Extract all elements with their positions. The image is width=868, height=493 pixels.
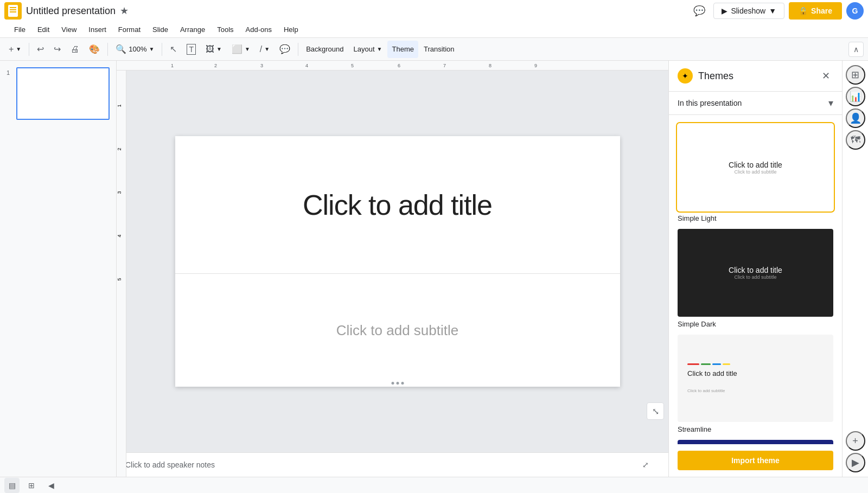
expand-right-sidebar-button[interactable]: ▶ [846,453,865,472]
bottom-bar: ▤ ⊞ ◀ [0,477,868,493]
menu-format[interactable]: Format [113,23,146,36]
person-sidebar-icon[interactable]: 👤 [846,108,865,128]
streamline-bar-green [701,363,711,365]
paint-format-button[interactable]: 🎨 [85,41,104,58]
zoom-button[interactable]: 🔍 100% ▼ [111,41,158,58]
streamline-sub: Click to add subtitle [687,388,725,393]
dot-2 [396,382,399,385]
main-area: 1 1 2 3 4 5 6 7 8 9 1 2 3 4 5 [0,61,868,477]
add-button[interactable]: + ▼ [4,41,25,58]
cursor-icon: ↖ [170,44,177,54]
redo-button[interactable]: ↪ [49,41,65,58]
slideshow-button[interactable]: ▶ Slideshow ▼ [713,3,784,19]
theme-item-streamline[interactable]: Click to add title Click to add subtitle… [678,335,833,433]
background-button[interactable]: Background [302,41,348,58]
menu-insert[interactable]: Insert [83,23,112,36]
theme-button[interactable]: Theme [387,41,418,58]
slide-preview-thumbnail[interactable] [16,67,110,120]
right-sidebar: ⊞ 📊 👤 🗺 + ▶ [842,61,868,477]
print-icon: 🖨 [71,44,79,54]
transition-label: Transition [424,45,455,53]
theme-preview-streamline[interactable]: Click to add title Click to add subtitle [678,335,833,422]
line-tool-button[interactable]: / ▼ [256,41,274,58]
notes-icon-area: ⤢ [636,455,660,475]
star-icon[interactable]: ★ [120,5,129,17]
menu-slide[interactable]: Slide [147,23,174,36]
themes-section-header[interactable]: In this presentation ▾ [669,92,842,115]
import-theme-button[interactable]: Import theme [678,451,833,470]
menu-arrange[interactable]: Arrange [175,23,210,36]
filmstrip-view-button[interactable]: ▤ [4,478,20,493]
collapse-panel-icon: ◀ [48,481,54,490]
streamline-bar-yellow [723,363,730,365]
theme-preview-focus[interactable]: Click to add title [678,440,833,444]
theme-preview-simple-light[interactable]: Click to add title Click to add subtitle [678,124,833,211]
menu-view[interactable]: View [56,23,82,36]
ruler-mark-7: 7 [443,63,446,68]
table-sidebar-icon[interactable]: ⊞ [846,65,865,85]
text-tool-button[interactable]: T [182,41,200,58]
image-tool-button[interactable]: 🖼 ▼ [201,41,226,58]
chart-icon: 📊 [850,91,861,103]
zoom-icon: 🔍 [116,44,126,54]
map-sidebar-icon[interactable]: 🗺 [846,130,865,150]
ruler-top: 1 2 3 4 5 6 7 8 9 [117,61,668,71]
grid-view-button[interactable]: ⊞ [24,478,39,493]
theme-item-simple-light[interactable]: Click to add title Click to add subtitle… [678,124,833,222]
slide-subtitle-text[interactable]: Click to add subtitle [336,322,458,339]
slide-thumbnail[interactable]: 1 [4,65,112,122]
shape-tool-button[interactable]: ⬜ ▼ [227,41,254,58]
menu-addons[interactable]: Add-ons [240,23,277,36]
person-icon: 👤 [850,112,861,124]
themes-icon: ✦ [678,68,693,84]
comment-tool-button[interactable]: 💬 [275,41,295,58]
comments-icon-btn[interactable]: 💬 [690,1,709,21]
streamline-bars [687,363,730,365]
menu-edit[interactable]: Edit [32,23,55,36]
layout-label: Layout [354,45,375,53]
menu-file[interactable]: File [9,23,31,36]
menu-help[interactable]: Help [278,23,304,36]
notes-expand-button[interactable]: ⤢ [636,455,655,475]
undo-button[interactable]: ↩ [33,41,48,58]
shape-dropdown-icon: ▼ [245,46,250,52]
separator-2 [107,43,108,56]
theme-name-simple-dark: Simple Dark [678,320,833,328]
simple-dark-title: Click to add title [729,266,782,274]
themes-close-button[interactable]: ✕ [818,68,833,84]
slideshow-icon: ▶ [722,7,727,15]
slide-subtitle-area[interactable]: Click to add subtitle [175,274,620,387]
select-tool-button[interactable]: ↖ [165,41,181,58]
map-icon: 🗺 [851,135,860,146]
dot-3 [401,382,404,385]
simple-light-content: Click to add title Click to add subtitle [729,161,782,175]
theme-preview-simple-dark[interactable]: Click to add title Click to add subtitle [678,229,833,316]
slide-title-area[interactable]: Click to add title [175,136,620,274]
speaker-notes-text[interactable]: Click to add speaker notes [125,460,636,469]
layout-button[interactable]: Layout ▼ [349,41,387,58]
streamline-bar-blue [712,363,721,365]
canvas-expand-button[interactable]: ⤡ [647,402,664,420]
add-sidebar-button[interactable]: + [846,431,865,451]
theme-label: Theme [392,45,413,53]
chart-sidebar-icon[interactable]: 📊 [846,87,865,106]
image-icon: 🖼 [206,44,214,54]
slide-canvas[interactable]: Click to add title Click to add subtitle [175,136,620,387]
collapse-toolbar-button[interactable]: ∧ [848,42,864,57]
ruler-mark-6: 6 [398,63,400,68]
menu-tools[interactable]: Tools [212,23,239,36]
collapse-panel-button[interactable]: ◀ [43,478,59,493]
avatar[interactable]: G [846,2,864,20]
slide-title-text[interactable]: Click to add title [303,189,492,221]
theme-item-focus[interactable]: Click to add title [678,440,833,444]
print-button[interactable]: 🖨 [66,41,84,58]
speaker-notes[interactable]: Click to add speaker notes ⤢ [117,452,668,477]
share-button[interactable]: 🔒 Share [789,2,842,20]
theme-item-simple-dark[interactable]: Click to add title Click to add subtitle… [678,229,833,328]
dot-1 [391,382,394,385]
doc-title[interactable]: Untitled presentation [26,5,116,17]
title-bar: Untitled presentation ★ 💬 ▶ Slideshow ▼ … [0,0,868,22]
shape-icon: ⬜ [232,44,242,54]
transition-button[interactable]: Transition [419,41,459,58]
filmstrip-icon: ▤ [9,481,16,490]
